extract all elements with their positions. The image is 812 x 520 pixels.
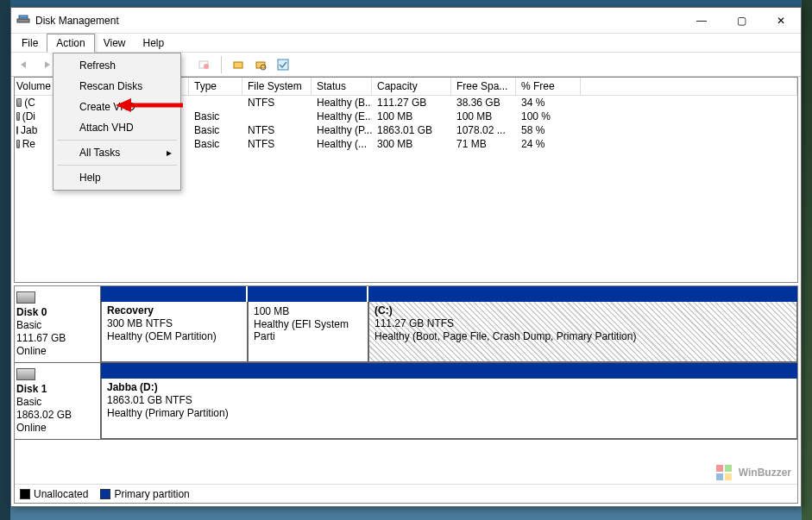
legend-primary: Primary partition <box>100 488 189 500</box>
menubar: File Action View Help <box>11 34 801 53</box>
disk-info[interactable]: Disk 1 Basic 1863.02 GB Online <box>15 363 101 439</box>
col-status[interactable]: Status <box>312 78 372 96</box>
svg-rect-10 <box>716 465 723 472</box>
menu-help-item[interactable]: Help <box>55 167 179 188</box>
col-pct[interactable]: % Free <box>516 78 581 96</box>
menu-separator <box>57 140 177 141</box>
toolbar-icon-1[interactable] <box>195 55 214 74</box>
col-empty <box>581 78 797 96</box>
disk-row: Disk 0 Basic 111.67 GB Online Recovery <box>15 286 797 363</box>
menu-separator <box>57 165 177 166</box>
partition-efi[interactable]: 100 MB Healthy (EFI System Parti <box>248 302 368 362</box>
volume-row[interactable]: (Di <box>15 110 41 123</box>
svg-rect-13 <box>725 473 732 480</box>
minimize-button[interactable]: — <box>682 8 721 34</box>
app-icon <box>16 14 30 28</box>
titlebar: Disk Management — ▢ ✕ <box>11 8 801 34</box>
partition-c[interactable]: (C:) 111.27 GB NTFS Healthy (Boot, Page … <box>368 302 797 362</box>
col-filesystem[interactable]: File System <box>242 78 312 96</box>
partition-d[interactable]: Jabba (D:) 1863.01 GB NTFS Healthy (Prim… <box>101 379 797 439</box>
disk-graphic-pane: Disk 0 Basic 111.67 GB Online Recovery <box>14 285 798 504</box>
watermark: WinBuzzer <box>714 463 791 482</box>
winbuzzer-icon <box>714 463 733 482</box>
svg-point-3 <box>204 64 209 69</box>
volume-row[interactable]: Jab <box>15 123 41 137</box>
disk-bar <box>101 363 797 379</box>
drive-icon <box>16 98 22 107</box>
menu-all-tasks[interactable]: All Tasks▸ <box>55 142 179 163</box>
properties-icon[interactable] <box>251 55 270 74</box>
menu-create-vhd[interactable]: Create VHD <box>55 97 179 117</box>
svg-rect-4 <box>234 62 242 68</box>
settings-icon[interactable] <box>274 55 293 74</box>
legend-unallocated: Unallocated <box>20 488 88 500</box>
action-dropdown: Refresh Rescan Disks Create VHD Attach V… <box>53 53 181 191</box>
toolbar-separator <box>221 56 222 73</box>
col-type[interactable]: Type <box>189 78 242 96</box>
maximize-button[interactable]: ▢ <box>721 8 761 34</box>
drive-icon <box>16 140 20 148</box>
menu-view[interactable]: View <box>95 34 135 52</box>
chevron-right-icon: ▸ <box>167 147 172 159</box>
disk-row: Disk 1 Basic 1863.02 GB Online Jabba (D:… <box>15 363 797 440</box>
disk-icon <box>16 291 35 304</box>
menu-refresh[interactable]: Refresh <box>55 55 179 76</box>
menu-file[interactable]: File <box>13 34 47 52</box>
partition-recovery[interactable]: Recovery 300 MB NTFS Healthy (OEM Partit… <box>101 302 248 362</box>
svg-rect-0 <box>17 19 29 22</box>
svg-rect-1 <box>19 16 28 18</box>
legend: Unallocated Primary partition <box>15 484 797 503</box>
volume-row[interactable]: Re <box>15 137 41 151</box>
window-title: Disk Management <box>35 15 682 27</box>
back-button[interactable] <box>15 55 34 74</box>
disk-bar <box>101 286 797 302</box>
svg-rect-11 <box>725 465 732 472</box>
menu-attach-vhd[interactable]: Attach VHD <box>55 117 179 138</box>
svg-rect-12 <box>716 473 723 480</box>
drive-icon <box>16 126 18 135</box>
menu-action[interactable]: Action <box>47 34 94 53</box>
col-free[interactable]: Free Spa... <box>451 78 516 96</box>
drive-icon <box>16 112 20 121</box>
svg-rect-7 <box>278 60 288 70</box>
refresh-icon[interactable] <box>229 55 248 74</box>
volume-row[interactable]: (C <box>15 96 41 110</box>
menu-rescan-disks[interactable]: Rescan Disks <box>55 76 179 97</box>
disk-management-window: Disk Management — ▢ ✕ File Action View H… <box>10 7 802 507</box>
close-button[interactable]: ✕ <box>761 8 801 34</box>
menu-help[interactable]: Help <box>135 34 173 52</box>
disk-icon <box>16 368 35 380</box>
disk-info[interactable]: Disk 0 Basic 111.67 GB Online <box>15 286 101 362</box>
col-capacity[interactable]: Capacity <box>372 78 451 96</box>
